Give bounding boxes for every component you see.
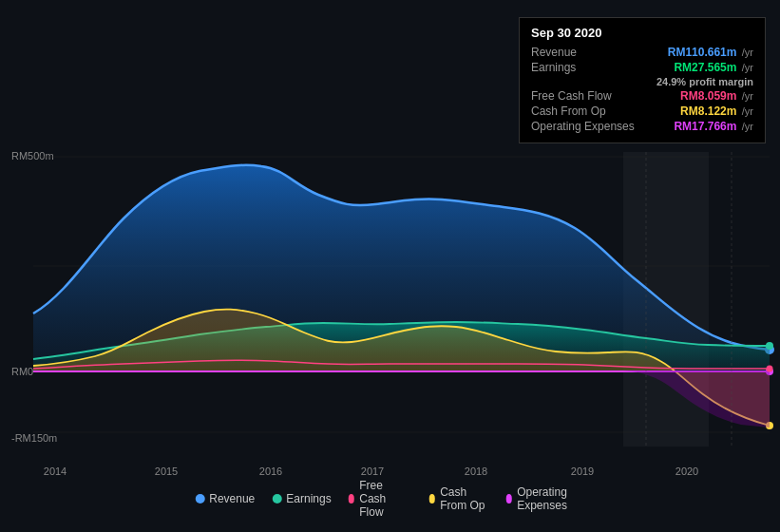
fcf-dot (767, 366, 773, 372)
legend-item-fcf[interactable]: Free Cash Flow (349, 479, 412, 519)
tooltip-row-opex: Operating Expenses RM17.766m /yr (531, 120, 753, 133)
tooltip-label-opex: Operating Expenses (531, 120, 635, 133)
tooltip-label-cashop: Cash From Op (531, 104, 606, 118)
tooltip-value-earnings: RM27.565m /yr (674, 61, 753, 74)
legend-dot-cashop (429, 494, 436, 504)
tooltip-label-revenue: Revenue (531, 46, 577, 59)
earnings-dot (766, 342, 773, 350)
legend-item-cashop[interactable]: Cash From Op (429, 485, 489, 512)
tooltip-row-margin: 24.9% profit margin (531, 76, 753, 87)
opex-neg-area (618, 370, 770, 428)
legend-label-opex: Operating Expenses (517, 485, 585, 512)
tooltip-row-earnings: Earnings RM27.565m /yr (531, 61, 753, 74)
tooltip-value-opex: RM17.766m /yr (674, 120, 753, 133)
tooltip-label-fcf: Free Cash Flow (531, 89, 612, 103)
tooltip-value-margin: 24.9% profit margin (656, 76, 753, 87)
tooltip-value-fcf: RM8.059m /yr (680, 89, 753, 103)
tooltip-value-revenue: RM110.661m /yr (668, 46, 753, 59)
legend: Revenue Earnings Free Cash Flow Cash Fro… (195, 479, 585, 519)
legend-label-cashop: Cash From Op (440, 485, 488, 512)
legend-label-fcf: Free Cash Flow (359, 479, 411, 519)
legend-dot-fcf (349, 494, 355, 504)
tooltip-row-cashop: Cash From Op RM8.122m /yr (531, 104, 753, 118)
legend-label-earnings: Earnings (286, 492, 331, 505)
legend-item-revenue[interactable]: Revenue (195, 492, 255, 505)
tooltip-value-cashop: RM8.122m /yr (680, 104, 753, 118)
tooltip-row-revenue: Revenue RM110.661m /yr (531, 46, 753, 59)
legend-item-opex[interactable]: Operating Expenses (506, 485, 585, 512)
tooltip-box: Sep 30 2020 Revenue RM110.661m /yr Earni… (519, 17, 766, 143)
tooltip-label-earnings: Earnings (531, 61, 576, 74)
legend-dot-revenue (195, 494, 204, 504)
tooltip-date: Sep 30 2020 (531, 26, 753, 40)
legend-item-earnings[interactable]: Earnings (272, 492, 331, 505)
chart-container: Sep 30 2020 Revenue RM110.661m /yr Earni… (0, 0, 780, 532)
legend-dot-opex (506, 494, 513, 504)
legend-dot-earnings (272, 494, 281, 504)
legend-label-revenue: Revenue (209, 492, 255, 505)
tooltip-row-fcf: Free Cash Flow RM8.059m /yr (531, 89, 753, 103)
